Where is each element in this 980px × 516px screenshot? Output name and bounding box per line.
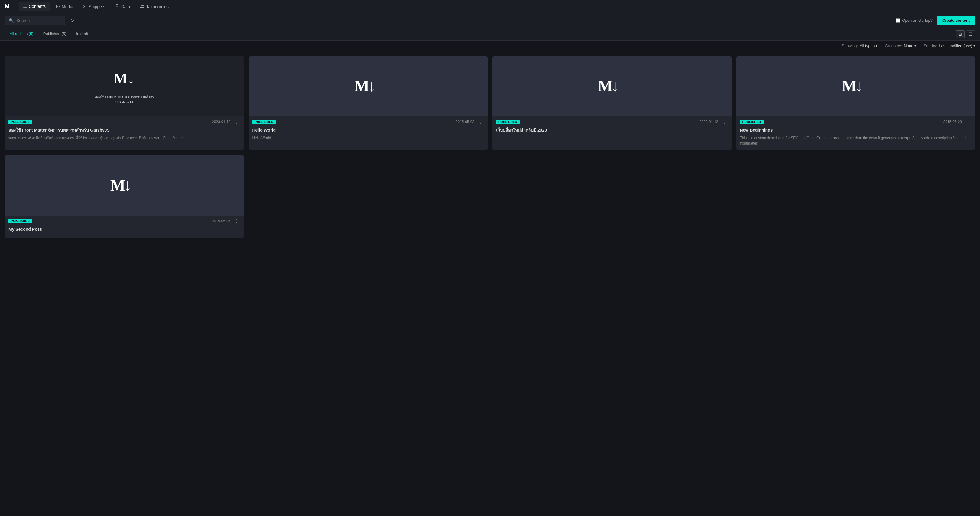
card-date: 2015-05-07: [212, 219, 230, 223]
taxonomies-icon: 🏷: [140, 4, 144, 9]
card-meta: PUBLISHED 2015-05-07 ⋮: [5, 216, 244, 225]
nav-tab-taxonomies[interactable]: 🏷 Taxonomies: [135, 2, 173, 11]
svg-text:M: M: [354, 77, 369, 95]
groupby-chevron-icon: ▾: [915, 44, 916, 48]
card-thumbnail: M ↓: [737, 56, 975, 116]
card-date: 2023-01-12: [700, 120, 718, 124]
card-title: Hello World: [252, 127, 484, 134]
markdown-icon: M ↓: [597, 76, 627, 97]
status-badge: PUBLISHED: [252, 120, 276, 124]
nav-tab-contents-label: Contents: [29, 4, 46, 9]
card-date: 2023-01-12: [212, 120, 230, 124]
card-body: Hello World Hello World: [249, 126, 488, 145]
svg-text:M: M: [842, 77, 857, 95]
card-date: 2015-05-02: [456, 120, 474, 124]
open-startup-label: Open on startup?: [902, 18, 932, 23]
filter-row: Showing: All types ▾ Group by: None ▾ So…: [0, 41, 980, 51]
card-meta: PUBLISHED 2023-01-12 ⋮: [492, 116, 732, 126]
showing-filter: Showing: All types ▾: [842, 43, 878, 48]
card-body: New Beginnings This is a custom descript…: [737, 126, 975, 150]
tab-published[interactable]: Published (5): [38, 28, 72, 40]
card-meta: PUBLISHED 2023-01-12 ⋮: [5, 116, 244, 126]
sortby-select[interactable]: Last modified (asc) ▾: [939, 43, 975, 48]
contents-icon: ☰: [23, 4, 27, 9]
showing-chevron-icon: ▾: [876, 44, 878, 48]
svg-text:↓: ↓: [611, 77, 619, 95]
nav-tab-taxonomies-label: Taxonomies: [146, 4, 169, 9]
svg-text:↓: ↓: [855, 77, 863, 95]
groupby-label: Group by:: [885, 43, 902, 48]
card-menu-button[interactable]: ⋮: [233, 219, 240, 223]
svg-text:M↓: M↓: [114, 70, 135, 86]
card-meta: PUBLISHED 2015-05-29 ⋮: [737, 116, 975, 126]
status-badge: PUBLISHED: [740, 120, 764, 124]
card-title: ลองใช้ Front Matter จัดการบทความสำหรับ G…: [8, 127, 240, 134]
card-title: เว็บบล็อกใหม่สำหรับปี 2023: [496, 127, 728, 134]
groupby-select[interactable]: None ▾: [904, 43, 916, 48]
open-startup-toggle: Open on startup?: [896, 18, 932, 23]
card-menu-button[interactable]: ⋮: [233, 119, 240, 124]
card-meta: PUBLISHED 2015-05-02 ⋮: [249, 116, 488, 126]
svg-text:↓: ↓: [124, 176, 132, 194]
media-icon: 🖼: [55, 4, 60, 9]
showing-select[interactable]: All types ▾: [860, 43, 878, 48]
status-badge: PUBLISHED: [8, 120, 32, 124]
grid-view-button[interactable]: ⊞: [956, 30, 964, 38]
view-toggle: ⊞ ☰: [956, 30, 975, 38]
snippets-icon: ✂: [83, 4, 87, 10]
card-item[interactable]: M ↓ PUBLISHED 2015-05-29 ⋮ New Beginning…: [737, 56, 975, 150]
search-box[interactable]: 🔍: [5, 16, 65, 25]
tab-in-draft[interactable]: In draft: [71, 28, 93, 40]
card-thumbnail: M ↓: [249, 56, 488, 116]
card-menu-button[interactable]: ⋮: [721, 119, 728, 124]
data-icon: 🗄: [115, 4, 119, 9]
open-startup-checkbox[interactable]: [896, 18, 900, 23]
nav-tab-snippets-label: Snippets: [89, 4, 105, 9]
content-tabs: All articles (5) Published (5) In draft …: [0, 28, 980, 41]
app-logo: M↓: [5, 3, 14, 10]
status-badge: PUBLISHED: [8, 219, 32, 223]
create-content-button[interactable]: Create content: [937, 16, 975, 25]
card-item[interactable]: M↓ ลองใช้ Front Matter จัดการบทความสำหรั…: [5, 56, 244, 150]
card-title: New Beginnings: [740, 127, 972, 134]
logo-icon: M↓: [5, 3, 12, 10]
toolbar: 🔍 ↻ Open on startup? Create content: [0, 13, 980, 28]
card-item[interactable]: M ↓ PUBLISHED 2015-05-07 ⋮ My Second Pos…: [5, 155, 244, 239]
card-excerpt: This is a custom description for SEO and…: [740, 135, 972, 146]
card-excerpt: พยายามหาเครื่องมือสำหรับจัดการบทความที่ใ…: [8, 135, 240, 141]
showing-label: Showing:: [842, 43, 858, 48]
card-menu-button[interactable]: ⋮: [477, 119, 484, 124]
svg-text:↓: ↓: [368, 77, 375, 95]
groupby-filter: Group by: None ▾: [885, 43, 916, 48]
card-title: My Second Post!: [8, 226, 240, 233]
search-icon: 🔍: [9, 18, 14, 23]
card-body: เว็บบล็อกใหม่สำหรับปี 2023: [492, 126, 732, 139]
nav-tab-contents[interactable]: ☰ Contents: [19, 2, 50, 11]
nav-tab-data-label: Data: [121, 4, 130, 9]
card-item[interactable]: M ↓ PUBLISHED 2015-05-02 ⋮ Hello World H…: [249, 56, 488, 150]
card-thumbnail: M ↓: [492, 56, 732, 116]
card-excerpt: Hello World: [252, 135, 484, 141]
markdown-icon: M ↓: [353, 76, 383, 97]
card-thumbnail: M ↓: [5, 155, 244, 216]
card-item[interactable]: M ↓ PUBLISHED 2023-01-12 ⋮ เว็บบล็อกใหม่…: [492, 56, 732, 150]
card-body: ลองใช้ Front Matter จัดการบทความสำหรับ G…: [5, 126, 244, 145]
nav-tab-data[interactable]: 🗄 Data: [111, 2, 135, 11]
nav-tab-media[interactable]: 🖼 Media: [51, 2, 77, 11]
nav-tab-snippets[interactable]: ✂ Snippets: [79, 2, 109, 11]
refresh-button[interactable]: ↻: [68, 16, 76, 25]
nav-tab-media-label: Media: [62, 4, 73, 9]
status-badge: PUBLISHED: [496, 120, 520, 124]
search-input[interactable]: [16, 18, 61, 23]
sortby-filter: Sort by: Last modified (asc) ▾: [923, 43, 975, 48]
tab-all-articles[interactable]: All articles (5): [5, 28, 38, 40]
markdown-icon: M ↓: [841, 76, 871, 97]
card-date: 2015-05-29: [943, 120, 962, 124]
top-nav: M↓ ☰ Contents 🖼 Media ✂ Snippets 🗄 Data …: [0, 0, 980, 13]
list-view-button[interactable]: ☰: [966, 30, 975, 38]
sortby-label: Sort by:: [923, 43, 937, 48]
markdown-icon: M ↓: [109, 175, 139, 196]
toolbar-right: Open on startup? Create content: [896, 16, 975, 25]
card-menu-button[interactable]: ⋮: [964, 119, 972, 124]
card-thumbnail: M↓ ลองใช้ Front Matter จัดการบทความสำหรั…: [5, 56, 244, 116]
